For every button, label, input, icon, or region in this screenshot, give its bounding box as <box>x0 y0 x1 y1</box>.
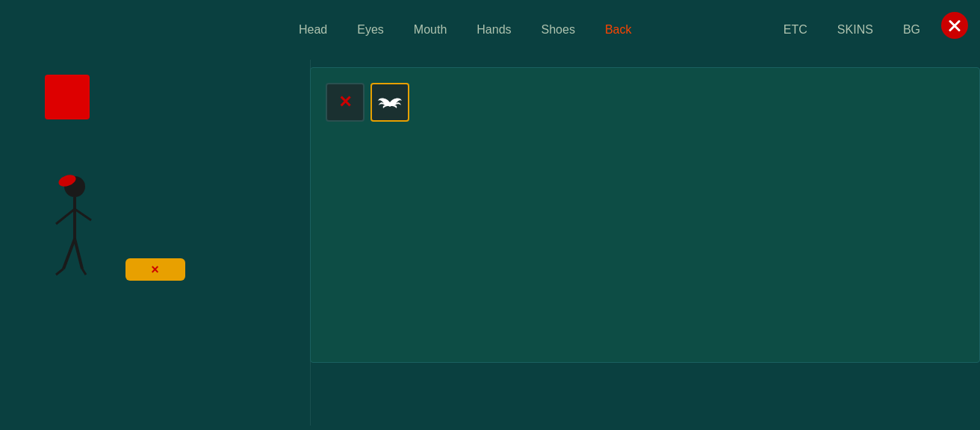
nav-etc[interactable]: ETC <box>784 23 807 37</box>
remove-icon: × <box>151 262 159 278</box>
tab-head[interactable]: Head <box>299 20 327 40</box>
left-panel: × <box>0 60 310 430</box>
tab-shoes[interactable]: Shoes <box>542 20 575 40</box>
item-none[interactable]: ✕ <box>326 83 365 122</box>
svg-line-6 <box>75 239 82 269</box>
item-grid: ✕ <box>326 83 964 122</box>
item-wings[interactable] <box>370 83 409 122</box>
close-button[interactable] <box>941 12 968 39</box>
remove-button[interactable]: × <box>125 258 185 281</box>
nav-skins[interactable]: SKINS <box>837 23 873 37</box>
nav-tabs: Head Eyes Mouth Hands Shoes Back <box>299 20 632 40</box>
svg-line-7 <box>56 269 63 275</box>
wings-icon <box>376 93 403 111</box>
tab-hands[interactable]: Hands <box>477 20 511 40</box>
tab-mouth[interactable]: Mouth <box>414 20 447 40</box>
svg-line-3 <box>56 209 75 224</box>
svg-line-5 <box>63 239 75 269</box>
svg-line-4 <box>75 209 91 220</box>
nav-bar: Head Eyes Mouth Hands Shoes Back ETC SKI… <box>0 0 980 60</box>
nav-bg[interactable]: BG <box>903 23 920 37</box>
tab-back[interactable]: Back <box>605 20 632 40</box>
none-icon: ✕ <box>338 93 352 112</box>
nav-right: ETC SKINS BG <box>784 23 920 37</box>
svg-line-8 <box>82 269 86 275</box>
right-panel: ✕ <box>310 67 980 363</box>
character-preview <box>45 164 105 299</box>
color-swatch[interactable] <box>45 75 90 119</box>
tab-eyes[interactable]: Eyes <box>357 20 384 40</box>
